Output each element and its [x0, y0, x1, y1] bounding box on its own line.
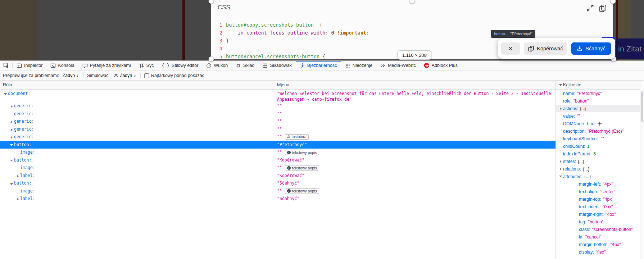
target-icon[interactable]	[597, 121, 602, 126]
property-row[interactable]: keyboardShortcut: ""	[556, 135, 644, 142]
twisty-icon[interactable]	[9, 128, 14, 132]
twisty-icon[interactable]	[9, 182, 14, 186]
tree-row-role-cell: generic:	[0, 118, 277, 124]
property-row[interactable]: childCount: 1	[556, 142, 644, 150]
devtools-tab[interactable]: Bjezbarjernosć	[296, 61, 341, 70]
devtools-tab[interactable]: { } Stilowy editor	[158, 61, 202, 70]
twisty-icon[interactable]	[15, 166, 20, 171]
tree-row[interactable]: generic: ""	[0, 118, 555, 126]
tab-order-checkbox-row[interactable]: Rajtarkowy porjad pokazać	[144, 73, 204, 78]
code-segment: ;	[366, 30, 369, 36]
tree-row[interactable]: generic: ""	[0, 110, 555, 118]
twisty-icon[interactable]	[9, 104, 14, 109]
devtools-tab[interactable]: ABP Adblock Plus	[420, 61, 462, 70]
tree-row[interactable]: document: "Welchen Selektor bei Screensh…	[0, 90, 555, 102]
media-icon	[380, 63, 386, 68]
sidebar-scrollbar[interactable]	[640, 81, 644, 259]
property-row[interactable]: text-align: "center"	[556, 188, 644, 195]
twisty-icon[interactable]	[15, 151, 20, 155]
tree-row-name: ""	[277, 150, 282, 155]
devtools-tab[interactable]: Składowak	[258, 61, 295, 70]
property-row[interactable]: actions: [...]	[556, 105, 644, 112]
simulate-select[interactable]: Žadyn	[113, 73, 137, 78]
property-row[interactable]: indexInParent: 5	[556, 150, 644, 158]
property-row[interactable]: attributes: {...}	[556, 173, 644, 180]
twisty-icon[interactable]	[15, 174, 20, 178]
tree-row[interactable]: label: "Kopěrować"	[0, 172, 555, 180]
property-value: "4px"	[603, 182, 613, 187]
scrollbar-thumb[interactable]	[641, 91, 643, 122]
devtools-tab[interactable]: Skład	[232, 61, 258, 70]
tree-row[interactable]: image: ""tekstowy popis	[0, 149, 555, 156]
property-row[interactable]: margin-right: "4px"	[556, 210, 644, 218]
twisty-icon[interactable]	[9, 159, 14, 163]
twisty-icon[interactable]	[9, 135, 14, 140]
expand-icon[interactable]	[586, 4, 594, 12]
sidebar-header[interactable]: Kajkosće	[556, 81, 644, 90]
tree-row[interactable]: button: "Kopěrować"	[0, 156, 555, 164]
cancel-screenshot-button[interactable]: ×	[501, 42, 520, 55]
tree-row-name: "Přetorhnyć"	[277, 142, 307, 147]
issues-filter-select[interactable]: Žadyn	[63, 73, 80, 78]
property-key: margin-left:	[579, 182, 601, 187]
property-row[interactable]: role: "button"	[556, 97, 644, 105]
download-screenshot-button[interactable]: Sćahnyć	[571, 42, 611, 55]
twisty-icon[interactable]	[558, 168, 563, 171]
tree-row[interactable]: label: "Sćahnyć"	[0, 195, 555, 203]
devtools-tab[interactable]: Media-Webrtc	[376, 61, 420, 70]
twisty-icon[interactable]	[9, 120, 14, 124]
property-row[interactable]: display: "flex"	[556, 248, 644, 256]
twisty-icon[interactable]	[15, 197, 20, 201]
property-row[interactable]: relations: {...}	[556, 165, 644, 173]
page-background-strip	[0, 0, 38, 60]
devtools-tab[interactable]: Wukon	[202, 61, 232, 70]
tree-row-role: button:	[14, 157, 31, 163]
selection-handle-bottom-left[interactable]	[209, 56, 214, 62]
property-key: DOMNode:	[563, 121, 585, 126]
tree-row[interactable]: button: "Sćahnyć"	[0, 180, 555, 187]
tree-row[interactable]: generic: ""	[0, 102, 555, 110]
tree-row-role-cell: button:	[0, 156, 277, 163]
twisty-icon[interactable]	[3, 92, 8, 96]
property-row[interactable]: class: "screenshots-button"	[556, 226, 644, 233]
devtools-tab[interactable]: Pytanje za zmylkami	[78, 61, 135, 70]
devtools-tab[interactable]: Nałoženje	[341, 61, 377, 70]
simulate-value: Žadyn	[120, 73, 132, 78]
property-row[interactable]: id: "cancel"	[556, 233, 644, 241]
tree-row[interactable]: generic: ""	[0, 125, 555, 133]
property-row[interactable]: margin-bottom: "4px"	[556, 241, 644, 248]
property-row[interactable]: margin-left: "4px"	[556, 180, 644, 188]
property-row[interactable]: value: ""	[556, 112, 644, 120]
devtools-tab[interactable]: Konsola	[46, 61, 78, 70]
property-row[interactable]: margin-top: "4px"	[556, 195, 644, 203]
tree-row[interactable]: image: ""tekstowy popis	[0, 187, 555, 195]
property-row[interactable]: DOMNode: html	[556, 120, 644, 127]
copy-code-icon[interactable]	[599, 4, 607, 12]
tree-row-role: generic:	[14, 103, 34, 109]
line-number: 3	[211, 37, 226, 45]
copy-screenshot-button[interactable]: Kopěrować	[524, 42, 567, 55]
property-row[interactable]: tag: "button"	[556, 218, 644, 226]
property-value: {...}	[583, 167, 589, 172]
property-value: {...}	[584, 174, 591, 179]
property-value: 5	[593, 151, 596, 156]
tab-order-checkbox[interactable]	[144, 73, 149, 78]
property-row[interactable]: text-indent: "0px"	[556, 203, 644, 210]
devtools-tab[interactable]: Inspektor	[13, 61, 46, 70]
property-row[interactable]: states: [...]	[556, 158, 644, 165]
accessibility-highlighter-tooltip: button "Přetorhnyć"	[491, 30, 535, 38]
tree-row[interactable]: generic: ""tastatura	[0, 133, 555, 141]
property-row[interactable]: description: "Přetorhnyć (Esc)"	[556, 127, 644, 135]
twisty-icon[interactable]	[558, 160, 563, 163]
pick-element-button[interactable]	[0, 61, 12, 70]
twisty-icon[interactable]	[558, 176, 563, 177]
devtools-tab[interactable]: Syć	[135, 61, 158, 70]
twisty-icon[interactable]	[9, 112, 14, 117]
tree-row[interactable]: button: "Přetorhnyć"	[0, 141, 555, 149]
tree-row-name: "Sćahnyć"	[277, 181, 299, 186]
twisty-icon[interactable]	[9, 143, 14, 147]
tree-row[interactable]: image: ""tekstowy popis	[0, 164, 555, 172]
twisty-icon[interactable]	[15, 190, 20, 194]
property-row[interactable]: name: "Přetorhnyć"	[556, 90, 644, 97]
twisty-icon[interactable]	[558, 107, 563, 110]
